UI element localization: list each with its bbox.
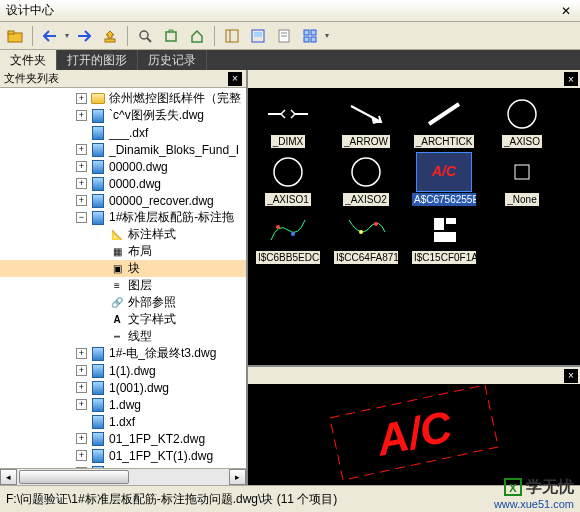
expand-icon[interactable]: +	[76, 93, 87, 104]
dwg-icon	[92, 449, 104, 463]
thumbnail-label: _AXISO2	[343, 193, 389, 206]
preview-button[interactable]	[247, 25, 269, 47]
tab-history[interactable]: 历史记录	[138, 50, 207, 70]
block-thumbnail[interactable]: _AXISO1	[256, 152, 320, 206]
close-icon[interactable]: ✕	[558, 3, 574, 19]
expand-icon[interactable]: +	[76, 450, 87, 461]
watermark-url: www.xue51.com	[494, 498, 574, 510]
dwg-icon	[92, 466, 104, 469]
thumbnail-label: _ARCHTICK	[414, 135, 475, 148]
home-button[interactable]	[186, 25, 208, 47]
collapse-icon[interactable]: −	[76, 212, 87, 223]
open-folder-button[interactable]	[4, 25, 26, 47]
block-thumbnail[interactable]: _DIMX	[256, 94, 320, 148]
expand-icon[interactable]: +	[76, 433, 87, 444]
expand-icon[interactable]: +	[76, 178, 87, 189]
scroll-thumb[interactable]	[19, 470, 129, 484]
tree-item-label: 0000.dwg	[109, 177, 161, 191]
svg-point-26	[291, 232, 295, 236]
layer-icon: ≡	[109, 279, 125, 293]
tree-item-label: 徐州燃控图纸样件（完整	[109, 90, 241, 107]
block-thumbnail[interactable]: I$CC64FA871	[334, 210, 398, 264]
panel-header: 文件夹列表 ×	[0, 70, 246, 88]
back-button[interactable]	[39, 25, 61, 47]
block-thumbnail-selected[interactable]: A/CA$C6756255E	[412, 152, 476, 206]
block-thumbnail[interactable]: _None	[490, 152, 554, 206]
svg-rect-2	[105, 39, 115, 42]
horizontal-scrollbar[interactable]: ◂ ▸	[0, 468, 246, 485]
watermark-title: 学无忧	[526, 478, 574, 495]
thumbnail-label: _DIMX	[271, 135, 306, 148]
expand-icon[interactable]: +	[76, 144, 87, 155]
preview-panel: × A/C	[248, 365, 580, 485]
tree-item-selected: ▣块	[0, 260, 246, 277]
toolbar: ▾ ▾	[0, 22, 580, 50]
dimstyle-icon: 📐	[109, 228, 125, 242]
thumbnail-label: _None	[505, 193, 538, 206]
block-thumbnail[interactable]: _ARCHTICK	[412, 94, 476, 148]
dwg-icon	[92, 143, 104, 157]
thumbnail-label: _AXISO1	[265, 193, 311, 206]
description-button[interactable]	[273, 25, 295, 47]
tree-item-label: _Dinamik_Bloks_Fund_I	[109, 143, 239, 157]
thumbnail-label: I$C15CF0F1A	[412, 251, 476, 264]
expand-icon[interactable]: +	[76, 382, 87, 393]
svg-rect-5	[166, 32, 176, 41]
tree-view-button[interactable]	[221, 25, 243, 47]
thumbnail-label: _ARROW	[342, 135, 390, 148]
forward-button[interactable]	[73, 25, 95, 47]
svg-point-22	[352, 158, 380, 186]
linetype-icon: ┅	[109, 330, 125, 344]
tree-item-label: `c^v图例丢失.dwg	[109, 107, 204, 124]
tree-item-label: 文字样式	[128, 311, 176, 328]
tree-item-label: 线型	[128, 328, 152, 345]
expand-icon[interactable]: +	[76, 161, 87, 172]
panel-title: 文件夹列表	[4, 71, 59, 86]
svg-rect-14	[311, 30, 316, 35]
title-bar: 设计中心 ✕	[0, 0, 580, 22]
block-thumbnail[interactable]: _AXISO	[490, 94, 554, 148]
block-thumbnail[interactable]: I$C6BB5EDC5	[256, 210, 320, 264]
search-button[interactable]	[134, 25, 156, 47]
watermark: X学无忧 www.xue51.com	[494, 477, 574, 510]
expand-icon[interactable]: +	[76, 195, 87, 206]
dwg-icon	[92, 109, 104, 123]
tree-item-label: 布局	[128, 243, 152, 260]
tree-item-label: 00000.dwg	[109, 160, 168, 174]
svg-rect-9	[254, 32, 262, 37]
content-panel: × _DIMX _ARROW _ARCHTICK _AXISO _AXISO1 …	[248, 70, 580, 485]
tree-item-label: 块	[128, 260, 140, 277]
svg-rect-6	[226, 30, 238, 42]
svg-point-3	[140, 31, 148, 39]
expand-icon[interactable]: +	[76, 348, 87, 359]
block-thumbnail[interactable]: _AXISO2	[334, 152, 398, 206]
thumbnail-label: I$CC64FA871	[334, 251, 398, 264]
up-button[interactable]	[99, 25, 121, 47]
block-thumbnail[interactable]: I$C15CF0F1A	[412, 210, 476, 264]
dwg-icon	[92, 177, 104, 191]
tree-item-label: 00000_recover.dwg	[109, 194, 214, 208]
expand-icon[interactable]: +	[76, 399, 87, 410]
svg-text:A/C: A/C	[431, 163, 457, 179]
tab-bar: 文件夹 打开的图形 历史记录	[0, 50, 580, 70]
dxf-icon	[92, 126, 104, 140]
expand-icon[interactable]: +	[76, 467, 87, 468]
preview-close-icon[interactable]: ×	[564, 369, 578, 383]
tree-item-label: 1#-电_徐最终t3.dwg	[109, 345, 216, 362]
dwg-icon	[92, 364, 104, 378]
scroll-left-button[interactable]: ◂	[0, 469, 17, 485]
content-header: ×	[248, 70, 580, 88]
folder-tree[interactable]: +徐州燃控图纸样件（完整 +`c^v图例丢失.dwg ___.dxf +_Din…	[0, 88, 246, 468]
panel-close-icon[interactable]: ×	[228, 72, 242, 86]
content-close-icon[interactable]: ×	[564, 72, 578, 86]
tab-folders[interactable]: 文件夹	[0, 50, 57, 70]
views-button[interactable]	[299, 25, 321, 47]
block-thumbnail[interactable]: _ARROW	[334, 94, 398, 148]
expand-icon[interactable]: +	[76, 365, 87, 376]
tree-item-label: 01_1FP_KT(1).dwg	[109, 449, 213, 463]
expand-icon[interactable]: +	[76, 110, 87, 121]
svg-rect-15	[304, 37, 309, 42]
favorites-button[interactable]	[160, 25, 182, 47]
tab-open-drawings[interactable]: 打开的图形	[57, 50, 138, 70]
scroll-right-button[interactable]: ▸	[229, 469, 246, 485]
